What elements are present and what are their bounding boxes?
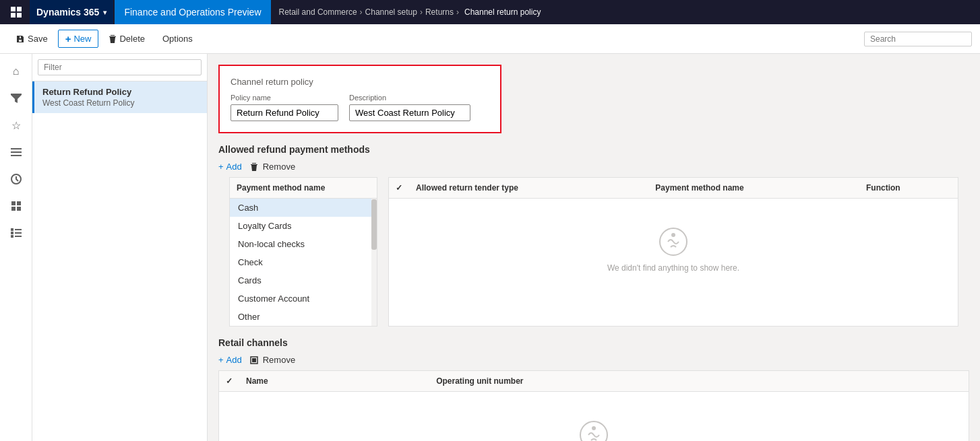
payment-item-customer[interactable]: Customer Account	[230, 290, 377, 308]
description-input[interactable]	[349, 104, 470, 121]
refund-add-button[interactable]: + Add	[218, 162, 242, 172]
tender-type-table: ✓ Allowed return tender type Payment met…	[388, 177, 958, 327]
retail-add-button[interactable]: + Add	[218, 355, 242, 365]
sidebar-icons: ⌂ ☆	[0, 54, 32, 441]
svg-rect-9	[17, 201, 21, 205]
svg-rect-21	[252, 358, 256, 362]
payment-item-other[interactable]: Other	[230, 308, 377, 326]
tender-function-col: Function	[859, 178, 958, 199]
new-button[interactable]: + New	[58, 30, 99, 48]
breadcrumb-returns[interactable]: Returns	[425, 7, 454, 17]
list-item-subtitle: West Coast Return Policy	[42, 98, 199, 108]
svg-rect-0	[11, 7, 16, 11]
svg-rect-6	[11, 155, 22, 156]
app-name: Finance and Operations Preview	[115, 0, 270, 24]
payment-list-scrollbar[interactable]	[371, 199, 377, 326]
main-layout: ⌂ ☆	[0, 54, 980, 441]
description-field: Description	[349, 94, 470, 121]
retail-channels-toolbar: + Add Remove	[218, 355, 969, 365]
svg-rect-11	[17, 207, 21, 211]
payment-item-loyalty[interactable]: Loyalty Cards	[230, 217, 377, 235]
payment-item-cards[interactable]: Cards	[230, 271, 377, 290]
workspace-icon[interactable]	[4, 194, 28, 218]
svg-rect-2	[11, 13, 16, 18]
favorites-icon[interactable]: ☆	[4, 113, 28, 137]
payment-methods-list: Payment method name Cash Loyalty Cards N…	[229, 177, 377, 327]
retail-unit-col: Operating unit number	[429, 371, 969, 392]
svg-rect-5	[11, 151, 22, 153]
breadcrumb: Retail and Commerce › Channel setup › Re…	[279, 7, 544, 17]
svg-rect-8	[11, 201, 16, 205]
refund-add-plus: +	[218, 162, 224, 172]
svg-point-19	[672, 234, 675, 236]
breadcrumb-sep-1: ›	[360, 7, 363, 17]
retail-add-plus: +	[218, 355, 224, 365]
form-card-title: Channel return policy	[231, 77, 489, 87]
tender-check-col: ✓	[389, 178, 409, 199]
top-nav: Dynamics 365 ▾ Finance and Operations Pr…	[0, 0, 980, 24]
svg-rect-4	[11, 148, 22, 149]
breadcrumb-retail[interactable]: Retail and Commerce	[279, 7, 357, 17]
svg-rect-15	[15, 232, 22, 234]
breadcrumb-sep-3: ›	[456, 7, 459, 17]
allowed-refund-toolbar: + Add Remove	[218, 162, 969, 172]
main-content: Channel return policy Policy name Descri…	[208, 54, 980, 441]
svg-rect-17	[15, 236, 22, 237]
delete-button[interactable]: Delete	[101, 30, 152, 47]
list-item-title: Return Refund Policy	[42, 87, 199, 97]
apps-grid-icon[interactable]	[5, 1, 27, 23]
refund-remove-button[interactable]: Remove	[250, 162, 295, 172]
allowed-refund-title: Allowed refund payment methods	[218, 144, 969, 155]
retail-empty-message: We didn't find anything to show here.	[219, 392, 969, 441]
retail-channels-section: Retail channels + Add Remove	[218, 337, 969, 441]
save-button[interactable]: Save	[8, 30, 55, 47]
brand-name[interactable]: Dynamics 365 ▾	[30, 0, 113, 24]
svg-rect-12	[11, 228, 13, 231]
breadcrumb-current: Channel return policy	[464, 7, 541, 17]
breadcrumb-channel[interactable]: Channel setup	[365, 7, 417, 17]
retail-channels-table-wrapper: ✓ Name Operating unit number We	[218, 370, 969, 441]
policy-name-input[interactable]	[231, 104, 338, 121]
tender-type-col: Allowed return tender type	[409, 178, 648, 199]
retail-channels-title: Retail channels	[218, 337, 969, 348]
svg-rect-1	[17, 7, 22, 11]
tender-payment-col: Payment method name	[648, 178, 859, 199]
payment-methods-panel: Payment method name Cash Loyalty Cards N…	[229, 177, 958, 327]
form-fields: Policy name Description	[231, 94, 489, 121]
recent-icon[interactable]	[4, 167, 28, 191]
list-panel: Return Refund Policy West Coast Return P…	[32, 54, 208, 441]
form-card: Channel return policy Policy name Descri…	[218, 65, 501, 133]
svg-rect-10	[11, 207, 16, 211]
list-filter-input[interactable]	[38, 59, 202, 75]
payment-item-cash[interactable]: Cash	[230, 199, 377, 217]
retail-remove-button[interactable]: Remove	[250, 355, 295, 365]
list-items-container: Return Refund Policy West Coast Return P…	[32, 81, 207, 441]
svg-rect-13	[15, 229, 22, 230]
retail-check-col: ✓	[219, 371, 239, 392]
tender-empty-message: We didn't find anything to show here.	[389, 199, 958, 300]
search-input[interactable]	[864, 32, 972, 46]
options-button[interactable]: Options	[155, 30, 200, 47]
svg-rect-3	[17, 13, 22, 18]
filter-icon[interactable]	[4, 86, 28, 110]
retail-name-col: Name	[239, 371, 429, 392]
search-container	[864, 32, 972, 46]
payment-list-header: Payment method name	[230, 178, 377, 199]
command-bar: Save + New Delete Options	[0, 24, 980, 54]
allowed-refund-section: Allowed refund payment methods + Add Rem…	[218, 144, 969, 327]
home-icon[interactable]: ⌂	[4, 59, 28, 83]
list-detail-icon[interactable]	[4, 221, 28, 245]
payment-item-nonlocal[interactable]: Non-local checks	[230, 235, 377, 253]
payment-list-scroll-thumb	[371, 199, 377, 250]
tender-table-header-row: ✓ Allowed return tender type Payment met…	[389, 178, 958, 199]
policy-name-label: Policy name	[231, 94, 338, 102]
list-item[interactable]: Return Refund Policy West Coast Return P…	[32, 81, 207, 113]
description-label: Description	[349, 94, 470, 102]
menu-lines-icon[interactable]	[4, 140, 28, 164]
svg-rect-16	[11, 235, 13, 238]
brand-chevron: ▾	[103, 9, 106, 16]
policy-name-field: Policy name	[231, 94, 338, 121]
svg-point-22	[580, 421, 607, 441]
retail-table-header-row: ✓ Name Operating unit number	[219, 371, 969, 392]
payment-item-check[interactable]: Check	[230, 253, 377, 271]
